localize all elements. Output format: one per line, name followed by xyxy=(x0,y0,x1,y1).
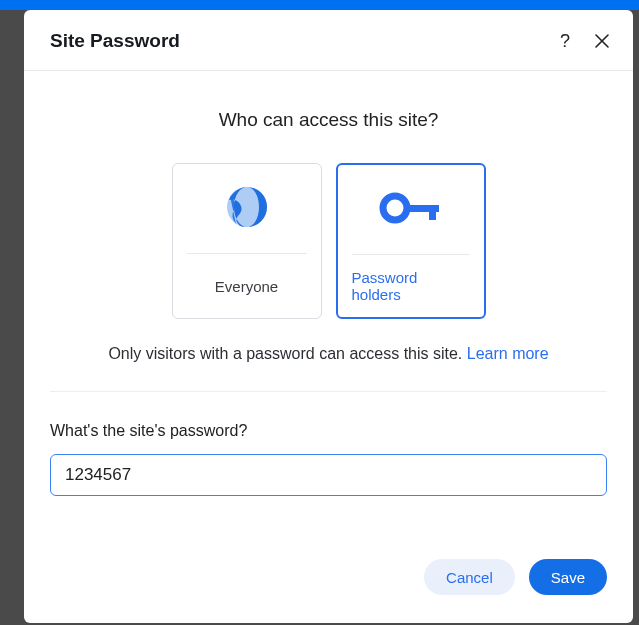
svg-point-1 xyxy=(383,196,407,220)
option-password-label: Password holders xyxy=(352,255,470,317)
option-password-icon-wrap xyxy=(352,165,470,255)
option-everyone-icon-wrap xyxy=(187,164,307,254)
key-icon xyxy=(379,190,443,230)
help-icon[interactable]: ? xyxy=(555,31,575,52)
dialog-body: Who can access this site? Everyone xyxy=(24,71,633,559)
cancel-button[interactable]: Cancel xyxy=(424,559,515,595)
option-password-holders[interactable]: Password holders xyxy=(336,163,486,319)
learn-more-link[interactable]: Learn more xyxy=(467,345,549,362)
password-input[interactable] xyxy=(50,454,607,496)
option-everyone[interactable]: Everyone xyxy=(172,163,322,319)
close-icon[interactable] xyxy=(593,32,611,50)
option-everyone-label: Everyone xyxy=(215,254,278,318)
header-actions: ? xyxy=(555,31,611,52)
site-password-dialog: Site Password ? Who can access this site… xyxy=(24,10,633,623)
password-field-group: What's the site's password? xyxy=(50,422,607,496)
access-question: Who can access this site? xyxy=(50,109,607,131)
dialog-title: Site Password xyxy=(50,30,180,52)
app-top-bar xyxy=(0,0,639,10)
access-description-text: Only visitors with a password can access… xyxy=(108,345,462,362)
password-field-label: What's the site's password? xyxy=(50,422,607,440)
access-description: Only visitors with a password can access… xyxy=(50,345,607,392)
dialog-footer: Cancel Save xyxy=(24,559,633,623)
globe-icon xyxy=(226,186,268,232)
svg-rect-3 xyxy=(429,205,436,220)
access-options: Everyone Password holders xyxy=(50,163,607,319)
dialog-header: Site Password ? xyxy=(24,10,633,71)
save-button[interactable]: Save xyxy=(529,559,607,595)
